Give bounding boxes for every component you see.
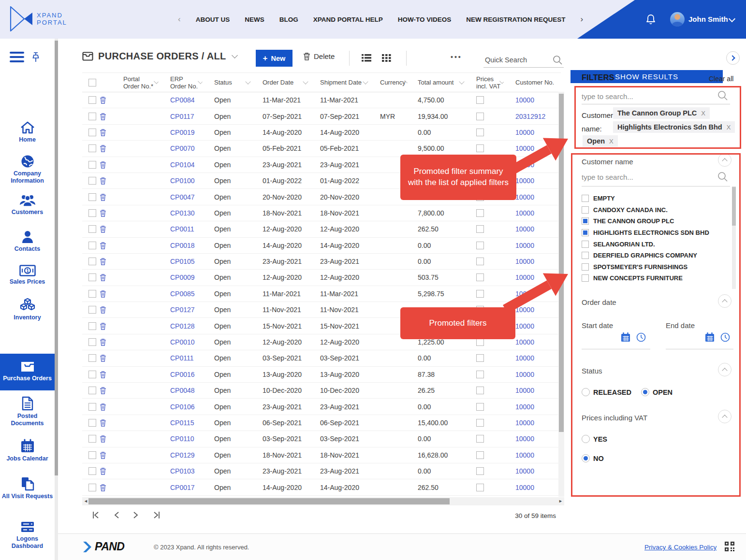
cell-vat-checkbox[interactable] [476,225,484,233]
calendar-picker-icon[interactable] [705,332,715,342]
list-view-icon[interactable] [362,54,371,62]
row-checkbox[interactable] [88,129,96,136]
row-delete-trash-icon[interactable] [100,451,106,459]
cell-erp-order-no-link[interactable]: CP0104 [170,161,214,169]
start-date-input[interactable] [582,349,650,349]
customer-name-option[interactable]: HIGHLIGHTS ELECTRONICS SDN BHD [582,227,727,239]
row-delete-trash-icon[interactable] [100,225,106,233]
customer-name-option[interactable]: THE CANNON GROUP PLC [582,215,727,227]
qr-code-icon[interactable] [724,541,735,552]
row-delete-trash-icon[interactable] [100,306,106,314]
cell-vat-checkbox[interactable] [476,451,484,459]
notifications-bell-icon[interactable] [645,14,656,27]
row-delete-trash-icon[interactable] [100,290,106,298]
customer-name-option[interactable]: SELANGORIAN LTD. [582,238,727,250]
collapse-order-date-button[interactable] [718,294,731,308]
row-delete-trash-icon[interactable] [100,338,106,346]
sidebar-item-customers[interactable]: Customers [0,194,55,216]
sidebar-item-purchase-orders[interactable]: Purchase Orders [0,354,55,390]
table-horizontal-scrollbar[interactable]: ◄ ► [82,497,564,505]
released-radio[interactable] [582,388,590,396]
vat-no-radio[interactable] [582,454,590,462]
nav-item-new-registration[interactable]: NEW REGISTRATION REQUEST [466,16,565,23]
row-delete-trash-icon[interactable] [100,209,106,217]
cell-erp-order-no-link[interactable]: CP0018 [170,242,214,249]
cell-erp-order-no-link[interactable]: CP0047 [170,193,214,201]
option-checkbox[interactable] [582,274,589,282]
cell-customer-no-link[interactable]: 10000 [515,338,561,346]
remove-chip-icon[interactable]: X [727,124,731,131]
row-checkbox[interactable] [88,242,96,249]
sidebar-item-inventory[interactable]: Inventory [0,298,55,321]
cell-erp-order-no-link[interactable]: CP0110 [170,435,214,443]
cell-erp-order-no-link[interactable]: CP0011 [170,225,214,233]
clear-all-filters-link[interactable]: Clear all [709,75,733,83]
sort-chevron-icon[interactable] [245,79,250,84]
pin-sidebar-icon[interactable] [31,52,41,65]
row-delete-trash-icon[interactable] [100,371,106,378]
cell-erp-order-no-link[interactable]: CP0117 [170,113,214,120]
row-delete-trash-icon[interactable] [100,273,106,281]
row-delete-trash-icon[interactable] [100,242,106,249]
cell-erp-order-no-link[interactable]: CP0010 [170,338,214,346]
search-icon[interactable] [717,171,729,185]
cell-erp-order-no-link[interactable]: CP0103 [170,467,214,475]
row-delete-trash-icon[interactable] [100,387,106,394]
cell-erp-order-no-link[interactable]: CP0115 [170,419,214,427]
cell-vat-checkbox[interactable] [476,371,484,378]
row-checkbox[interactable] [88,225,96,233]
cell-customer-no-link[interactable]: 10000 [515,209,561,217]
avatar[interactable] [670,12,685,27]
sort-chevron-icon[interactable] [303,79,308,84]
row-delete-trash-icon[interactable] [100,129,106,136]
sidebar-item-jobs-calendar[interactable]: Jobs Calendar [0,439,55,462]
cell-erp-order-no-link[interactable]: CP0129 [170,451,214,459]
row-delete-trash-icon[interactable] [100,144,106,152]
cell-vat-checkbox[interactable] [476,129,484,136]
option-checkbox[interactable] [582,206,589,214]
first-page-button[interactable] [92,510,101,522]
row-checkbox[interactable] [88,209,96,217]
cell-customer-no-link[interactable]: 10000 [515,419,561,427]
cell-customer-no-link[interactable]: 20312912 [515,113,561,120]
cell-vat-checkbox[interactable] [476,419,484,427]
cell-erp-order-no-link[interactable]: CP0111 [170,354,214,362]
cell-erp-order-no-link[interactable]: CP0017 [170,484,214,491]
previous-page-button[interactable] [113,510,120,522]
cell-vat-checkbox[interactable] [476,403,484,411]
cell-customer-no-link[interactable]: 10000 [515,354,561,362]
cell-vat-checkbox[interactable] [476,113,484,120]
scroll-left-arrow-icon[interactable]: ◄ [84,499,88,503]
cell-customer-no-link[interactable]: 10000 [515,225,561,233]
row-delete-trash-icon[interactable] [100,193,106,201]
cell-customer-no-link[interactable]: 10000 [515,387,561,394]
row-checkbox[interactable] [88,290,96,298]
sidebar-item-posted-documents[interactable]: Posted Documents [0,396,55,427]
row-delete-trash-icon[interactable] [100,96,106,104]
cell-customer-no-link[interactable]: 10000 [515,403,561,411]
row-checkbox[interactable] [88,96,96,104]
nav-scroll-left-icon[interactable]: ‹ [178,14,181,24]
sort-chevron-icon[interactable] [363,79,368,84]
row-checkbox[interactable] [88,451,96,459]
menu-hamburger-icon[interactable] [10,52,24,65]
customer-name-option[interactable]: DEERFIELD GRAPHICS COMPANY [582,250,727,261]
cell-erp-order-no-link[interactable]: CP0105 [170,258,214,265]
cell-erp-order-no-link[interactable]: CP0130 [170,209,214,217]
sidebar-scrollbar[interactable] [55,39,58,560]
cell-vat-checkbox[interactable] [476,258,484,265]
row-checkbox[interactable] [88,113,96,120]
row-delete-trash-icon[interactable] [100,419,106,427]
cell-vat-checkbox[interactable] [476,435,484,443]
nav-item-blog[interactable]: BLOG [279,16,298,23]
open-radio[interactable] [641,388,649,396]
nav-item-about-us[interactable]: ABOUT US [196,16,230,23]
cell-customer-no-link[interactable]: 10000 [515,371,561,378]
sidebar-item-sales-prices[interactable]: 1 Sales Prices [0,265,55,286]
row-delete-trash-icon[interactable] [100,258,106,265]
cell-customer-no-link[interactable]: 10000 [515,484,561,491]
row-delete-trash-icon[interactable] [100,435,106,443]
row-checkbox[interactable] [88,403,96,411]
row-checkbox[interactable] [88,338,96,346]
user-name[interactable]: John Smith [688,15,728,23]
